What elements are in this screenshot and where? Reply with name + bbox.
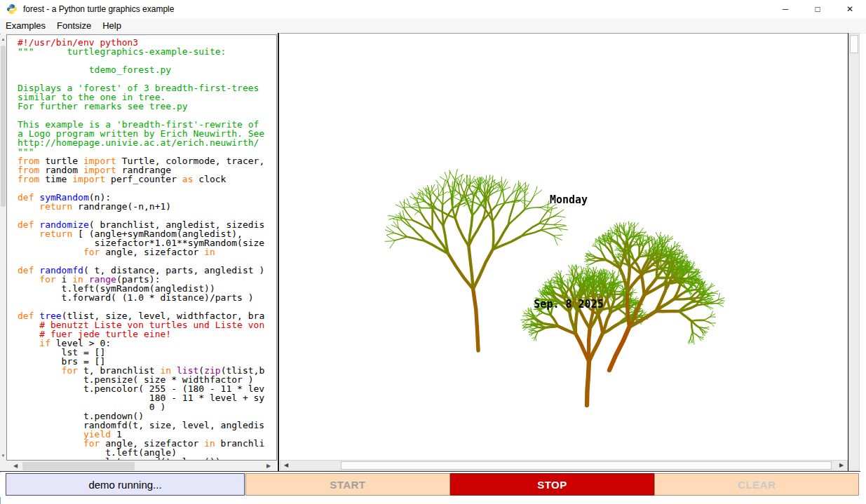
code-line: For further remarks see tree.py — [18, 102, 276, 111]
python-icon — [6, 4, 18, 15]
code-vertical-scrollbar[interactable]: ▲ ▼ — [0, 34, 6, 461]
code-line: from time import perf_counter as clock — [18, 175, 276, 184]
start-button[interactable]: START — [245, 473, 450, 496]
canvas-hscroll-thumb[interactable] — [341, 461, 832, 470]
canvas-horizontal-scrollbar[interactable]: ◀ ▶ — [280, 460, 848, 471]
menu-item-examples[interactable]: Examples — [0, 19, 51, 32]
turtle-canvas-container — [280, 33, 848, 460]
code-line: """ turtlegraphics-example-suite: — [18, 47, 276, 56]
code-line: http://homepage.univie.ac.at/erich.neuwi… — [18, 138, 276, 147]
code-line: t.forward( (1.0 * distance)/parts ) — [18, 293, 276, 302]
code-line: return randrange(-n,n+1) — [18, 202, 276, 211]
scroll-right-icon[interactable]: ▶ — [837, 461, 846, 470]
control-buttons: STARTSTOPCLEAR — [245, 473, 859, 496]
panel-divider — [278, 33, 279, 472]
code-hscroll-thumb[interactable] — [22, 462, 135, 470]
canvas-vertical-scrollbar[interactable] — [848, 33, 860, 471]
scroll-down-icon[interactable]: ▼ — [0, 452, 6, 459]
code-panel[interactable]: #!/usr/bin/env python3""" turtlegraphics… — [6, 34, 277, 461]
menu-item-help[interactable]: Help — [97, 19, 127, 32]
frame-bottom-line — [0, 471, 860, 472]
minimize-button[interactable]: ─ — [769, 0, 801, 18]
turtle-canvas[interactable] — [280, 34, 848, 460]
code-line: tdemo_forest.py — [18, 65, 276, 74]
menu-bar: ExamplesFontsizeHelp — [0, 18, 866, 34]
code-horizontal-scrollbar[interactable]: ◀ ▶ — [0, 461, 277, 472]
scroll-up-icon[interactable]: ▲ — [0, 36, 6, 43]
status-field: demo running... — [6, 473, 245, 496]
scroll-right-icon[interactable]: ▶ — [263, 461, 274, 472]
code-vscroll-thumb[interactable] — [1, 46, 6, 207]
stop-button[interactable]: STOP — [450, 473, 655, 496]
scroll-left-icon[interactable]: ◀ — [10, 461, 21, 472]
control-bar: demo running... STARTSTOPCLEAR — [0, 472, 866, 497]
menu-item-fontsize[interactable]: Fontsize — [51, 19, 97, 32]
maximize-button[interactable]: □ — [801, 0, 834, 18]
code-text: #!/usr/bin/env python3""" turtlegraphics… — [7, 35, 276, 461]
close-button[interactable]: ✕ — [834, 0, 866, 18]
scroll-left-icon[interactable]: ◀ — [281, 461, 291, 470]
clear-button[interactable]: CLEAR — [654, 473, 859, 496]
code-line: for angle, sizefactor in — [18, 247, 276, 257]
window-controls: ─ □ ✕ — [769, 0, 866, 18]
title-bar: forest - a Python turtle graphics exampl… — [0, 0, 866, 18]
window-title: forest - a Python turtle graphics exampl… — [23, 4, 174, 14]
canvas-vscroll-thumb[interactable] — [850, 35, 858, 53]
